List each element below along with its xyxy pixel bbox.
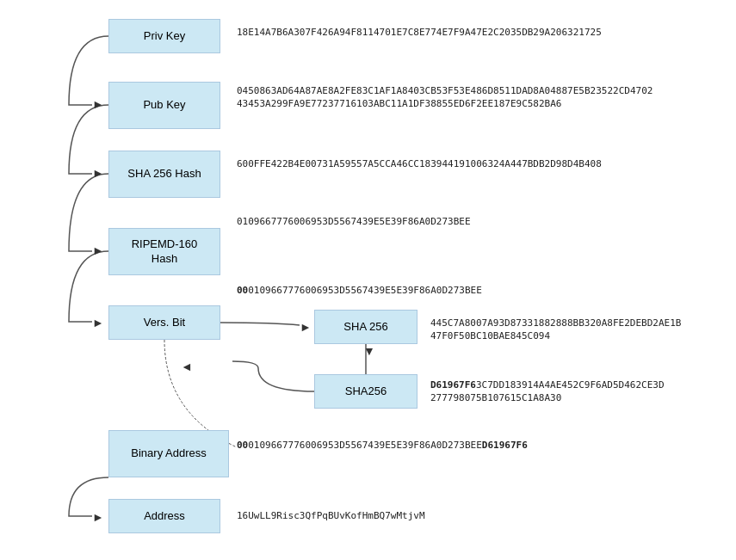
sha256-right2-label: SHA256	[345, 385, 387, 399]
pub-key-value: 0450863AD64A87AE8A2FE83C1AF1A8403CB53F53…	[237, 84, 653, 111]
address-label: Address	[144, 509, 185, 524]
ripemd-bold-prefix: 00	[237, 285, 248, 296]
sha256hash-box: SHA 256 Hash	[108, 151, 220, 198]
arrow-pub: ►	[92, 97, 104, 111]
sha256-value: 600FFE422B4E00731A59557A5CCA46CC18394419…	[237, 157, 602, 170]
sha256-right-box: SHA 256	[314, 310, 417, 344]
ripemd160-box: RIPEMD-160Hash	[108, 228, 220, 275]
vers-bit-label: Vers. Bit	[144, 316, 185, 330]
binary-addr-label: Binary Address	[131, 446, 206, 461]
arrow-ripemd: ►	[92, 243, 104, 257]
arrow-back: ◄	[181, 360, 193, 373]
arrow-address: ►	[92, 510, 104, 524]
pub-key-box: Pub Key	[108, 82, 220, 129]
vers-bit-box: Vers. Bit	[108, 305, 220, 340]
sha256-right-label: SHA 256	[343, 320, 387, 335]
priv-key-value: 18E14A7B6A307F426A94F8114701E7C8E774E7F9…	[237, 26, 602, 39]
ripemd160-label: RIPEMD-160Hash	[132, 237, 198, 267]
sha256hash-label: SHA 256 Hash	[127, 167, 201, 182]
address-box: Address	[108, 499, 220, 533]
ripemd-val2: 000109667776006953D5567439E5E39F86A0D273…	[237, 284, 482, 297]
binary-addr-box: Binary Address	[108, 430, 229, 477]
sha256r2-value: D61967F63C7DD183914A4AE452C9F6AD5D462CE3…	[430, 378, 665, 405]
pub-key-label: Pub Key	[143, 98, 185, 113]
priv-key-box: Priv Key	[108, 19, 220, 53]
binary-bold-suffix: D61967F6	[482, 440, 528, 451]
sha256r2-bold: D61967F6	[430, 379, 476, 391]
arrow-down: ▼	[363, 344, 375, 358]
priv-key-label: Priv Key	[144, 29, 185, 44]
arrow-sha256r: ►	[300, 320, 312, 334]
binary-bold-prefix: 00	[237, 440, 248, 451]
ripemd-val1: 0109667776006953D5567439E5E39F86A0D273BE…	[237, 215, 471, 228]
arrow-vers: ►	[92, 316, 104, 329]
sha256-right2-box: SHA256	[314, 374, 417, 409]
binary-addr-value: 000109667776006953D5567439E5E39F86A0D273…	[237, 439, 528, 452]
sha256r-value: 445C7A8007A93D87331882888BB320A8FE2DEBD2…	[430, 317, 681, 343]
address-value: 16UwLL9Risc3QfPqBUvKofHmBQ7wMtjvM	[237, 509, 425, 522]
arrow-sha256: ►	[92, 166, 104, 180]
